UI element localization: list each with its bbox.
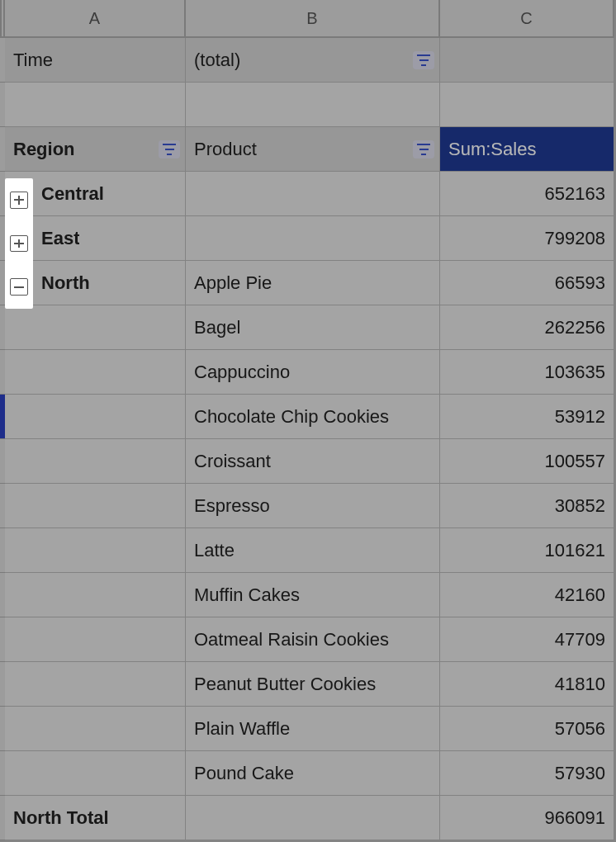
value-cell[interactable]: 47709 (440, 617, 614, 662)
product-name: Muffin Cakes (194, 584, 300, 606)
product-cell[interactable]: Plain Waffle (186, 707, 440, 751)
collapse-north-button[interactable] (10, 278, 28, 296)
value-cell[interactable]: 262256 (440, 305, 614, 350)
product-cell[interactable]: Croissant (186, 439, 440, 484)
region-header-label: Region (13, 139, 75, 160)
empty-cell[interactable] (186, 216, 440, 261)
value-cell[interactable]: 101621 (440, 528, 614, 573)
north-total-label-cell[interactable]: North Total (5, 796, 186, 840)
region-name: East (41, 228, 79, 249)
product-name: Cappuccino (194, 362, 290, 383)
empty-cell[interactable] (5, 528, 186, 573)
sum-sales-label: Sum:Sales (448, 139, 536, 160)
product-name: Chocolate Chip Cookies (194, 406, 389, 428)
value-cell[interactable]: 103635 (440, 350, 614, 395)
north-total-value-cell[interactable]: 966091 (440, 796, 614, 840)
value: 42160 (555, 584, 605, 606)
product-cell[interactable]: Oatmeal Raisin Cookies (186, 617, 440, 662)
product-name: Latte (194, 540, 235, 561)
sum-sales-header-cell[interactable]: Sum:Sales (440, 127, 614, 172)
value-cell[interactable]: 57056 (440, 707, 614, 751)
value: 262256 (545, 317, 605, 338)
product-cell[interactable]: Espresso (186, 484, 440, 528)
filter-icon[interactable] (159, 140, 180, 158)
empty-cell[interactable] (5, 662, 186, 707)
product-name: Peanut Butter Cookies (194, 674, 376, 695)
empty-cell[interactable] (5, 350, 186, 395)
filter-icon[interactable] (413, 140, 434, 158)
expand-central-button[interactable] (10, 192, 28, 209)
region-header-cell[interactable]: Region (5, 127, 186, 172)
total-cell[interactable]: (total) (186, 38, 440, 83)
time-label: Time (13, 50, 53, 71)
product-name: Espresso (194, 495, 270, 517)
value: 652163 (545, 183, 605, 205)
value: 57930 (555, 763, 605, 784)
filter-icon[interactable] (413, 51, 434, 69)
value: 66593 (555, 272, 605, 294)
product-name: Bagel (194, 317, 240, 338)
col-header-C[interactable]: C (440, 0, 614, 38)
empty-cell[interactable] (5, 305, 186, 350)
empty-cell[interactable] (5, 617, 186, 662)
total-label: (total) (194, 50, 240, 71)
east-sum-cell[interactable]: 799208 (440, 216, 614, 261)
value: 966091 (545, 807, 605, 829)
product-cell[interactable]: Apple Pie (186, 261, 440, 305)
product-cell[interactable]: Bagel (186, 305, 440, 350)
value: 53912 (555, 406, 605, 428)
product-cell[interactable]: Latte (186, 528, 440, 573)
col-header-A[interactable]: A (5, 0, 186, 38)
value: 100557 (545, 451, 605, 472)
product-name: Apple Pie (194, 272, 272, 294)
product-cell[interactable]: Chocolate Chip Cookies (186, 395, 440, 439)
product-name: Plain Waffle (194, 718, 290, 740)
value: 30852 (555, 495, 605, 517)
value-cell[interactable]: 53912 (440, 395, 614, 439)
empty-cell[interactable] (186, 172, 440, 216)
empty-cell[interactable] (186, 796, 440, 840)
empty-cell[interactable] (440, 38, 614, 83)
value-cell[interactable]: 41810 (440, 662, 614, 707)
time-cell[interactable]: Time (5, 38, 186, 83)
empty-cell[interactable] (5, 484, 186, 528)
product-header-cell[interactable]: Product (186, 127, 440, 172)
north-total-label: North Total (13, 807, 109, 829)
region-name: Central (41, 183, 104, 205)
value: 41810 (555, 674, 605, 695)
empty-cell[interactable] (5, 707, 186, 751)
empty-cell[interactable] (5, 83, 186, 127)
empty-cell[interactable] (5, 573, 186, 617)
value-cell[interactable]: 66593 (440, 261, 614, 305)
col-header-B[interactable]: B (186, 0, 440, 38)
value-cell[interactable]: 30852 (440, 484, 614, 528)
empty-cell[interactable] (5, 439, 186, 484)
region-name: North (41, 272, 90, 294)
product-name: Oatmeal Raisin Cookies (194, 629, 389, 650)
empty-cell[interactable] (186, 83, 440, 127)
expand-east-button[interactable] (10, 235, 28, 253)
product-cell[interactable]: Cappuccino (186, 350, 440, 395)
value: 101621 (545, 540, 605, 561)
value: 47709 (555, 629, 605, 650)
product-name: Croissant (194, 451, 271, 472)
empty-cell[interactable] (5, 751, 186, 796)
central-sum-cell[interactable]: 652163 (440, 172, 614, 216)
product-cell[interactable]: Peanut Butter Cookies (186, 662, 440, 707)
pivot-table-sheet: A B C Time (total) Region Product (0, 0, 616, 842)
value: 799208 (545, 228, 605, 249)
value: 57056 (555, 718, 605, 740)
product-cell[interactable]: Pound Cake (186, 751, 440, 796)
product-name: Pound Cake (194, 763, 294, 784)
empty-cell[interactable] (5, 395, 186, 439)
value: 103635 (545, 362, 605, 383)
expand-collapse-highlight (5, 178, 33, 309)
empty-cell[interactable] (440, 83, 614, 127)
value-cell[interactable]: 42160 (440, 573, 614, 617)
product-header-label: Product (194, 139, 257, 160)
product-cell[interactable]: Muffin Cakes (186, 573, 440, 617)
value-cell[interactable]: 57930 (440, 751, 614, 796)
value-cell[interactable]: 100557 (440, 439, 614, 484)
